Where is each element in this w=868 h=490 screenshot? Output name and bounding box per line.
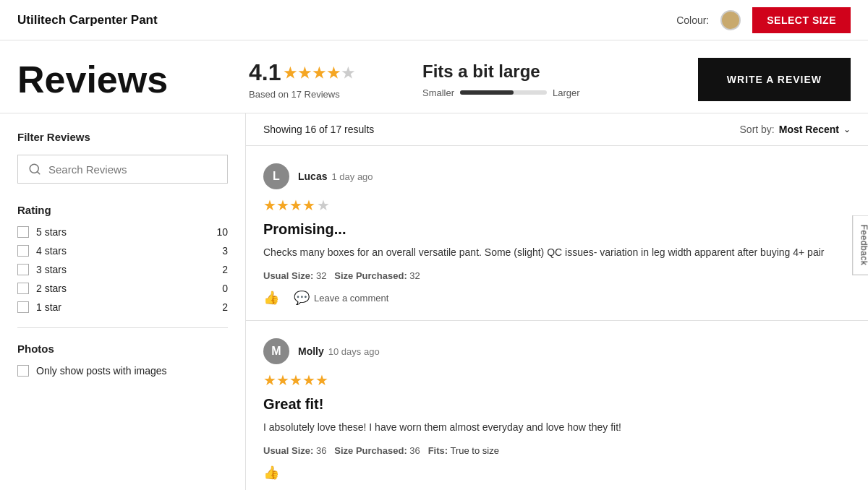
comment-icon: 💬 xyxy=(294,290,310,306)
reviewer-row: L Lucas1 day ago xyxy=(263,163,851,189)
rating-filter-row: 1 star 2 xyxy=(17,301,228,313)
colour-swatch xyxy=(720,10,741,30)
review-actions: 👍 💬 Leave a comment xyxy=(263,290,851,306)
reviews-heading: Reviews xyxy=(17,58,220,101)
reviews-list: Showing 16 of 17 results Sort by: Most R… xyxy=(246,113,868,490)
avatar: L xyxy=(263,163,289,189)
search-icon xyxy=(28,163,41,176)
review-items: L Lucas1 day ago ★★★★★ Promising... Chec… xyxy=(246,146,868,490)
select-size-button[interactable]: SELECT SIZE xyxy=(752,7,851,33)
fit-title: Fits a bit large xyxy=(422,61,582,82)
star-1: ★ xyxy=(284,64,297,82)
sort-bar[interactable]: Sort by: Most Recent ⌄ xyxy=(740,124,851,135)
fit-bar-row: Smaller Larger xyxy=(422,87,582,98)
rating-filters: 5 stars 10 4 stars 3 3 stars 2 2 stars 0… xyxy=(17,226,228,313)
rating-3-checkbox[interactable] xyxy=(17,264,29,275)
fit-block: Fits a bit large Smaller Larger xyxy=(422,61,582,98)
rating-filter-count: 2 xyxy=(210,301,228,313)
rating-filter-label: 3 stars xyxy=(36,264,203,275)
comment-button[interactable]: 💬 Leave a comment xyxy=(294,290,388,306)
thumbs-up-icon: 👍 xyxy=(263,290,279,306)
photos-filter-label: Only show posts with images xyxy=(36,365,167,377)
star-4: ★ xyxy=(327,64,340,82)
rating-stars: ★ ★ ★ ★ ★ xyxy=(284,64,354,82)
thumbs-up-icon: 👍 xyxy=(263,465,279,481)
rating-filter-count: 3 xyxy=(210,245,228,257)
rating-filter-row: 2 stars 0 xyxy=(17,283,228,294)
star-2: ★ xyxy=(298,64,311,82)
comment-label: Leave a comment xyxy=(314,293,388,304)
star-5: ★ xyxy=(341,64,354,82)
results-bar: Showing 16 of 17 results Sort by: Most R… xyxy=(246,113,868,146)
write-review-button[interactable]: WRITE A REVIEW xyxy=(698,58,851,101)
chevron-down-icon: ⌄ xyxy=(843,124,851,134)
header-right: Colour: SELECT SIZE xyxy=(676,7,851,33)
rating-5-checkbox[interactable] xyxy=(17,226,29,238)
reviewer-name: Lucas1 day ago xyxy=(298,171,373,182)
product-title: Utilitech Carpenter Pant xyxy=(17,13,158,27)
sidebar: Filter Reviews Rating 5 stars 10 4 stars… xyxy=(0,113,246,490)
based-on-text: Based on 17 Reviews xyxy=(249,89,393,100)
rating-filter-label: 1 star xyxy=(36,301,203,313)
empty-stars: ★ xyxy=(317,197,330,214)
rating-filter-count: 0 xyxy=(210,283,228,294)
rating-filter-label: 5 stars xyxy=(36,226,203,238)
reviewer-time: 1 day ago xyxy=(331,171,373,182)
rating-filter-label: 4 stars xyxy=(36,245,203,257)
review-item: M Molly10 days ago ★★★★★ Great fit! I ab… xyxy=(246,321,868,490)
rating-block: 4.1 ★ ★ ★ ★ ★ Based on 17 Reviews xyxy=(249,59,393,100)
reviewer-name: Molly10 days ago xyxy=(298,345,380,357)
review-stars: ★★★★★ xyxy=(263,371,851,389)
review-body: I absolutely love these! I have worn the… xyxy=(263,420,851,435)
review-title: Great fit! xyxy=(263,396,851,413)
fit-bar-track xyxy=(460,90,547,95)
rating-filter-count: 2 xyxy=(210,264,228,275)
rating-value: 4.1 xyxy=(249,59,281,86)
fit-bar-fill xyxy=(460,90,514,95)
reviews-meta-bar: Reviews 4.1 ★ ★ ★ ★ ★ Based on 17 Review… xyxy=(0,40,868,113)
reviewer-time: 10 days ago xyxy=(328,346,380,357)
review-meta: Usual Size: 36 Size Purchased: 36 Fits: … xyxy=(263,445,851,456)
search-box xyxy=(17,155,228,184)
svg-line-1 xyxy=(37,171,39,173)
review-body: Checks many boxes for an overall versati… xyxy=(263,245,851,260)
rating-number: 4.1 ★ ★ ★ ★ ★ xyxy=(249,59,393,86)
rating-filter-row: 5 stars 10 xyxy=(17,226,228,238)
thumbs-up-button[interactable]: 👍 xyxy=(263,290,279,306)
review-title: Promising... xyxy=(263,221,851,238)
fit-larger-label: Larger xyxy=(553,87,580,98)
sidebar-divider xyxy=(17,327,228,328)
sort-label: Sort by: xyxy=(740,124,775,135)
rating-filter-count: 10 xyxy=(210,226,228,238)
results-count: Showing 16 of 17 results xyxy=(263,124,374,135)
rating-filter-label: 2 stars xyxy=(36,283,203,294)
filled-stars: ★★★★★ xyxy=(263,371,328,389)
review-stars: ★★★★★ xyxy=(263,197,851,214)
photos-filter-row: Only show posts with images xyxy=(17,365,228,377)
rating-1-checkbox[interactable] xyxy=(17,301,29,313)
colour-label: Colour: xyxy=(676,14,709,26)
rating-section-label: Rating xyxy=(17,204,228,216)
rating-filter-row: 4 stars 3 xyxy=(17,245,228,257)
reviewer-row: M Molly10 days ago xyxy=(263,338,851,364)
search-input[interactable] xyxy=(48,163,217,176)
sort-value: Most Recent xyxy=(779,124,839,135)
review-item: L Lucas1 day ago ★★★★★ Promising... Chec… xyxy=(246,146,868,321)
review-meta: Usual Size: 32 Size Purchased: 32 xyxy=(263,270,851,281)
star-3: ★ xyxy=(312,64,326,82)
filled-stars: ★★★★ xyxy=(263,197,315,214)
rating-2-checkbox[interactable] xyxy=(17,283,29,294)
thumbs-up-button[interactable]: 👍 xyxy=(263,465,279,481)
header: Utilitech Carpenter Pant Colour: SELECT … xyxy=(0,0,868,40)
avatar: M xyxy=(263,338,289,364)
main-content: Filter Reviews Rating 5 stars 10 4 stars… xyxy=(0,113,868,490)
rating-filter-row: 3 stars 2 xyxy=(17,264,228,275)
fit-smaller-label: Smaller xyxy=(422,87,454,98)
photos-checkbox[interactable] xyxy=(17,365,29,377)
filter-reviews-label: Filter Reviews xyxy=(17,131,228,143)
photos-label: Photos xyxy=(17,343,228,355)
rating-4-checkbox[interactable] xyxy=(17,245,29,257)
review-actions: 👍 xyxy=(263,465,851,481)
feedback-tab[interactable]: Feedback xyxy=(853,215,868,275)
